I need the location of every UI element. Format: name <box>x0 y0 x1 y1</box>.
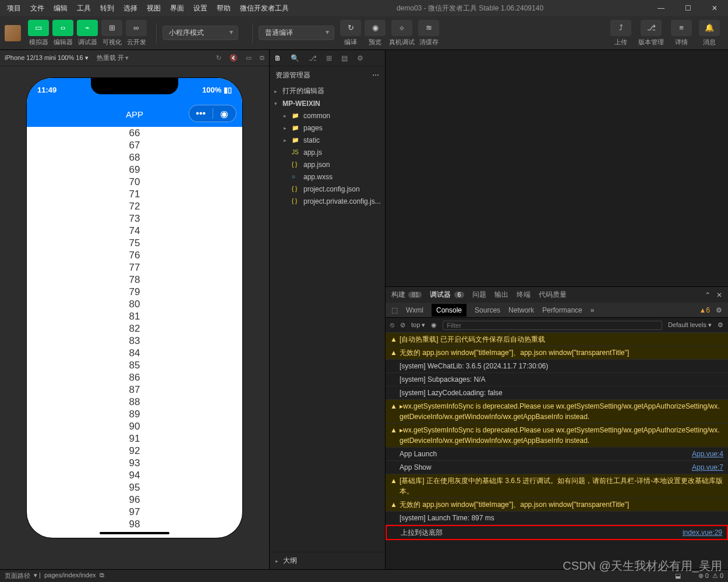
tree-item[interactable]: ⌗app.wxss <box>270 171 385 183</box>
realdbg-button[interactable]: ⟐ <box>391 20 412 36</box>
outline-section[interactable]: ▸ 大纲 <box>270 552 385 569</box>
inspect-icon[interactable]: ⬚ <box>391 306 398 314</box>
context-select[interactable]: top ▾ <box>411 321 425 329</box>
more-icon[interactable]: ••• <box>189 108 213 119</box>
msg-button[interactable]: 🔔 <box>699 20 720 36</box>
tab-terminal[interactable]: 终端 <box>517 290 531 300</box>
editor-button[interactable]: ‹› <box>52 20 73 36</box>
number-list[interactable]: 6667686970717273747576777879808182838485… <box>27 127 242 538</box>
upload-button[interactable]: ⤴ <box>610 20 631 36</box>
debugger-button[interactable]: ⌁ <box>77 20 98 36</box>
menu-界面[interactable]: 界面 <box>167 3 188 13</box>
tree-item[interactable]: { }app.json <box>270 158 385 171</box>
open-editors-section[interactable]: ▸打开的编辑器 <box>270 85 385 97</box>
console-line[interactable]: ▲[基础库] 正在使用灰度中的基础库 3.6.5 进行调试。如有问题，请前往工具… <box>386 474 728 498</box>
page-path[interactable]: pages/index/index <box>44 572 96 580</box>
menu-微信开发者工具[interactable]: 微信开发者工具 <box>236 3 292 13</box>
search-icon[interactable]: 🔍 <box>291 54 299 62</box>
menu-转到[interactable]: 转到 <box>97 3 118 13</box>
console-line[interactable]: 上拉到达底部index.vue:29 <box>386 525 728 540</box>
rotate-icon[interactable]: ▭ <box>246 54 252 62</box>
tree-item[interactable]: JSapp.js <box>270 146 385 158</box>
plug-icon[interactable]: ⚙ <box>357 54 363 62</box>
detail-button[interactable]: ≡ <box>671 20 692 36</box>
db-icon[interactable]: ▤ <box>341 54 348 62</box>
warn-count[interactable]: ▲6 <box>699 306 710 314</box>
menu-帮助[interactable]: 帮助 <box>213 3 234 13</box>
console-line[interactable]: ▲无效的 app.json window["titleImage"]、app.j… <box>386 346 728 360</box>
menu-设置[interactable]: 设置 <box>190 3 211 13</box>
tree-item[interactable]: ▸📁pages <box>270 122 385 134</box>
console-line[interactable]: [system] Launch Time: 897 ms <box>386 512 728 525</box>
clear-button[interactable]: ≋ <box>418 20 439 36</box>
menu-编辑[interactable]: 编辑 <box>50 3 71 13</box>
tree-item[interactable]: { }project.private.config.js... <box>270 195 385 207</box>
menu-工具[interactable]: 工具 <box>73 3 94 13</box>
tab-codeq[interactable]: 代码质量 <box>539 290 567 300</box>
close-button[interactable]: ✕ <box>701 0 728 16</box>
console-line[interactable]: App LaunchApp.vue:4 <box>386 448 728 461</box>
hotreload-label[interactable]: 热重载 开 <box>97 54 124 62</box>
close-icon[interactable]: ✕ <box>716 291 722 299</box>
chevron-up-icon[interactable]: ⌃ <box>705 291 711 299</box>
menu-视图[interactable]: 视图 <box>143 3 164 13</box>
panel-icon[interactable]: ⬓ <box>675 572 681 580</box>
refresh-icon[interactable]: ↻ <box>216 54 221 62</box>
visual-button[interactable]: ⊞ <box>101 20 122 36</box>
files-icon[interactable]: 🗎 <box>274 54 281 62</box>
screenshot-icon[interactable]: ⧉ <box>260 54 264 62</box>
mode-select[interactable]: 小程序模式 <box>162 26 238 40</box>
eye-icon[interactable]: ◉ <box>431 321 437 329</box>
gear-icon[interactable]: ⚙ <box>716 306 722 314</box>
menu-文件[interactable]: 文件 <box>27 3 48 13</box>
tree-item[interactable]: { }project.config.json <box>270 183 385 195</box>
target-icon[interactable]: ◉ <box>213 108 236 119</box>
more-icon[interactable]: ⋯ <box>372 71 379 79</box>
tab-performance[interactable]: Performance <box>542 306 582 314</box>
minimize-button[interactable]: — <box>648 0 674 16</box>
simulator-button[interactable]: ▭ <box>28 20 49 36</box>
maximize-button[interactable]: ☐ <box>674 0 701 16</box>
tab-wxml[interactable]: Wxml <box>406 306 423 314</box>
console-line[interactable]: ▲无效的 app.json window["titleImage"]、app.j… <box>386 498 728 512</box>
copy-icon[interactable]: ⧉ <box>100 572 104 580</box>
warn-count[interactable]: ⚠ 0 <box>712 572 723 580</box>
tab-output[interactable]: 输出 <box>494 290 508 300</box>
tree-item[interactable]: ▸📁common <box>270 109 385 122</box>
preview-button[interactable]: ◉ <box>365 20 386 36</box>
tab-network[interactable]: Network <box>508 306 534 314</box>
version-button[interactable]: ⎇ <box>641 20 662 36</box>
git-icon[interactable]: ⎇ <box>309 54 317 62</box>
avatar[interactable] <box>5 25 21 41</box>
console-line[interactable]: [system] LazyCodeLoading: false <box>386 386 728 400</box>
compile-select[interactable]: 普通编译 <box>259 26 334 40</box>
console-line[interactable]: [system] WeChatLib: 3.6.5 (2024.11.7 17:… <box>386 360 728 373</box>
console-line[interactable]: [system] Subpackages: N/A <box>386 373 728 386</box>
tab-problems[interactable]: 问题 <box>472 290 486 300</box>
cloud-button[interactable]: ∞ <box>126 20 147 36</box>
error-count[interactable]: ⊗ 0 <box>698 572 709 580</box>
console-output[interactable]: ▲[自动热重载] 已开启代码文件保存后自动热重载▲无效的 app.json wi… <box>386 333 728 569</box>
clear-icon[interactable]: ⊘ <box>400 321 405 329</box>
filter-input[interactable] <box>443 321 662 330</box>
console-line[interactable]: ▲▸wx.getSystemInfoSync is deprecated.Ple… <box>386 400 728 424</box>
more-icon[interactable]: » <box>591 306 595 314</box>
tab-console[interactable]: Console <box>432 304 467 317</box>
menu-选择[interactable]: 选择 <box>120 3 141 13</box>
capsule[interactable]: •••◉ <box>189 105 236 122</box>
menu-项目[interactable]: 项目 <box>3 3 24 13</box>
console-line[interactable]: ▲[自动热重载] 已开启代码文件保存后自动热重载 <box>386 333 728 346</box>
compile-button[interactable]: ↻ <box>340 20 361 36</box>
tab-build[interactable]: 构建 81 <box>391 290 422 300</box>
tree-item[interactable]: ▸📁static <box>270 134 385 146</box>
console-line[interactable]: ▲▸wx.getSystemInfoSync is deprecated.Ple… <box>386 424 728 448</box>
tab-sources[interactable]: Sources <box>475 306 500 314</box>
console-line[interactable]: App ShowApp.vue:7 <box>386 461 728 474</box>
device-label[interactable]: iPhone 12/13 mini 100% 16 ▾ <box>5 54 89 62</box>
ext-icon[interactable]: ⊞ <box>326 54 332 62</box>
tab-debugger[interactable]: 调试器 6 <box>430 290 464 300</box>
root-folder[interactable]: ▾MP-WEIXIN <box>270 97 385 109</box>
levels-select[interactable]: Default levels ▾ <box>668 321 712 329</box>
mute-icon[interactable]: 🔇 <box>229 54 238 62</box>
stop-icon[interactable]: ⦸ <box>390 321 394 329</box>
